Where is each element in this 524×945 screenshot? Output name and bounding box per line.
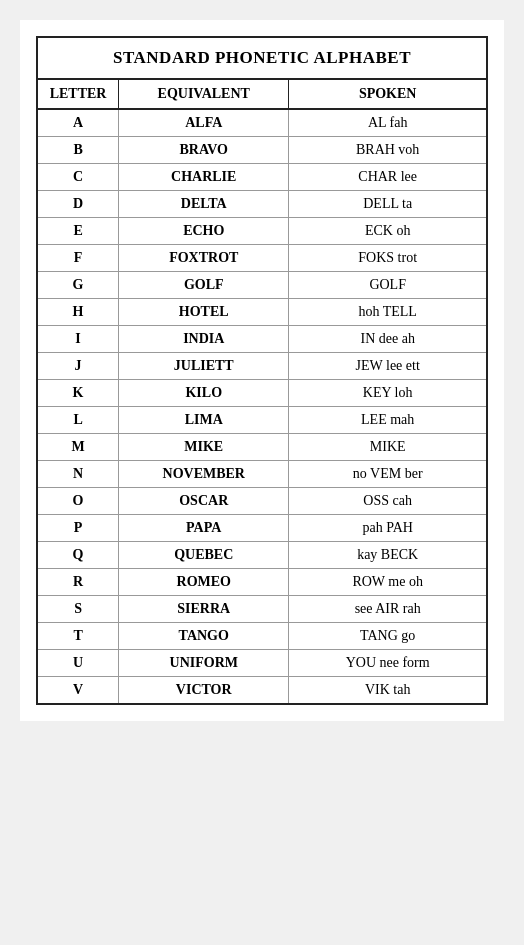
cell-letter: G xyxy=(38,272,119,299)
cell-equivalent: KILO xyxy=(119,380,289,407)
cell-spoken: no VEM ber xyxy=(289,461,486,488)
cell-spoken: kay BECK xyxy=(289,542,486,569)
cell-equivalent: LIMA xyxy=(119,407,289,434)
cell-letter: K xyxy=(38,380,119,407)
cell-letter: N xyxy=(38,461,119,488)
cell-spoken: JEW lee ett xyxy=(289,353,486,380)
cell-letter: Q xyxy=(38,542,119,569)
table-row: VVICTORVIK tah xyxy=(38,677,486,704)
cell-spoken: DELL ta xyxy=(289,191,486,218)
cell-equivalent: FOXTROT xyxy=(119,245,289,272)
cell-letter: J xyxy=(38,353,119,380)
table-title: STANDARD PHONETIC ALPHABET xyxy=(38,38,486,80)
cell-letter: P xyxy=(38,515,119,542)
header-letter: LETTER xyxy=(38,80,119,109)
cell-equivalent: ALFA xyxy=(119,109,289,137)
cell-equivalent: VICTOR xyxy=(119,677,289,704)
cell-spoken: ECK oh xyxy=(289,218,486,245)
cell-letter: M xyxy=(38,434,119,461)
cell-equivalent: MIKE xyxy=(119,434,289,461)
table-row: GGOLFGOLF xyxy=(38,272,486,299)
table-row: KKILOKEY loh xyxy=(38,380,486,407)
cell-letter: C xyxy=(38,164,119,191)
table-row: UUNIFORMYOU nee form xyxy=(38,650,486,677)
table-row: PPAPApah PAH xyxy=(38,515,486,542)
cell-letter: S xyxy=(38,596,119,623)
table-row: CCHARLIECHAR lee xyxy=(38,164,486,191)
cell-spoken: TANG go xyxy=(289,623,486,650)
cell-letter: U xyxy=(38,650,119,677)
cell-letter: H xyxy=(38,299,119,326)
table-row: RROMEOROW me oh xyxy=(38,569,486,596)
table-row: AALFAAL fah xyxy=(38,109,486,137)
table-body: AALFAAL fahBBRAVOBRAH vohCCHARLIECHAR le… xyxy=(38,109,486,703)
cell-letter: V xyxy=(38,677,119,704)
cell-spoken: GOLF xyxy=(289,272,486,299)
table-row: QQUEBECkay BECK xyxy=(38,542,486,569)
cell-spoken: FOKS trot xyxy=(289,245,486,272)
table-row: OOSCAROSS cah xyxy=(38,488,486,515)
table-wrapper: STANDARD PHONETIC ALPHABET LETTER EQUIVA… xyxy=(36,36,488,705)
header-equivalent: EQUIVALENT xyxy=(119,80,289,109)
cell-equivalent: BRAVO xyxy=(119,137,289,164)
phonetic-alphabet-table: LETTER EQUIVALENT SPOKEN AALFAAL fahBBRA… xyxy=(38,80,486,703)
cell-letter: I xyxy=(38,326,119,353)
table-row: FFOXTROTFOKS trot xyxy=(38,245,486,272)
cell-letter: L xyxy=(38,407,119,434)
cell-spoken: CHAR lee xyxy=(289,164,486,191)
table-row: SSIERRAsee AIR rah xyxy=(38,596,486,623)
cell-equivalent: ECHO xyxy=(119,218,289,245)
cell-letter: O xyxy=(38,488,119,515)
cell-letter: F xyxy=(38,245,119,272)
cell-equivalent: QUEBEC xyxy=(119,542,289,569)
table-row: EECHOECK oh xyxy=(38,218,486,245)
cell-equivalent: OSCAR xyxy=(119,488,289,515)
cell-spoken: pah PAH xyxy=(289,515,486,542)
table-row: IINDIAIN dee ah xyxy=(38,326,486,353)
cell-equivalent: CHARLIE xyxy=(119,164,289,191)
table-row: NNOVEMBERno VEM ber xyxy=(38,461,486,488)
cell-equivalent: NOVEMBER xyxy=(119,461,289,488)
cell-equivalent: GOLF xyxy=(119,272,289,299)
table-row: MMIKEMIKE xyxy=(38,434,486,461)
cell-equivalent: ROMEO xyxy=(119,569,289,596)
cell-spoken: KEY loh xyxy=(289,380,486,407)
cell-letter: T xyxy=(38,623,119,650)
table-header-row: LETTER EQUIVALENT SPOKEN xyxy=(38,80,486,109)
cell-letter: B xyxy=(38,137,119,164)
cell-equivalent: HOTEL xyxy=(119,299,289,326)
cell-spoken: VIK tah xyxy=(289,677,486,704)
cell-letter: D xyxy=(38,191,119,218)
cell-spoken: hoh TELL xyxy=(289,299,486,326)
cell-equivalent: INDIA xyxy=(119,326,289,353)
cell-spoken: see AIR rah xyxy=(289,596,486,623)
cell-equivalent: PAPA xyxy=(119,515,289,542)
page-container: STANDARD PHONETIC ALPHABET LETTER EQUIVA… xyxy=(20,20,504,721)
table-row: LLIMALEE mah xyxy=(38,407,486,434)
table-row: TTANGOTANG go xyxy=(38,623,486,650)
cell-spoken: AL fah xyxy=(289,109,486,137)
table-row: JJULIETTJEW lee ett xyxy=(38,353,486,380)
cell-spoken: MIKE xyxy=(289,434,486,461)
cell-letter: R xyxy=(38,569,119,596)
header-spoken: SPOKEN xyxy=(289,80,486,109)
table-row: DDELTADELL ta xyxy=(38,191,486,218)
table-row: HHOTELhoh TELL xyxy=(38,299,486,326)
cell-equivalent: SIERRA xyxy=(119,596,289,623)
table-row: BBRAVOBRAH voh xyxy=(38,137,486,164)
cell-spoken: YOU nee form xyxy=(289,650,486,677)
cell-letter: A xyxy=(38,109,119,137)
cell-spoken: ROW me oh xyxy=(289,569,486,596)
cell-equivalent: JULIETT xyxy=(119,353,289,380)
cell-spoken: LEE mah xyxy=(289,407,486,434)
cell-equivalent: DELTA xyxy=(119,191,289,218)
cell-equivalent: UNIFORM xyxy=(119,650,289,677)
cell-letter: E xyxy=(38,218,119,245)
cell-spoken: BRAH voh xyxy=(289,137,486,164)
cell-spoken: IN dee ah xyxy=(289,326,486,353)
cell-spoken: OSS cah xyxy=(289,488,486,515)
cell-equivalent: TANGO xyxy=(119,623,289,650)
